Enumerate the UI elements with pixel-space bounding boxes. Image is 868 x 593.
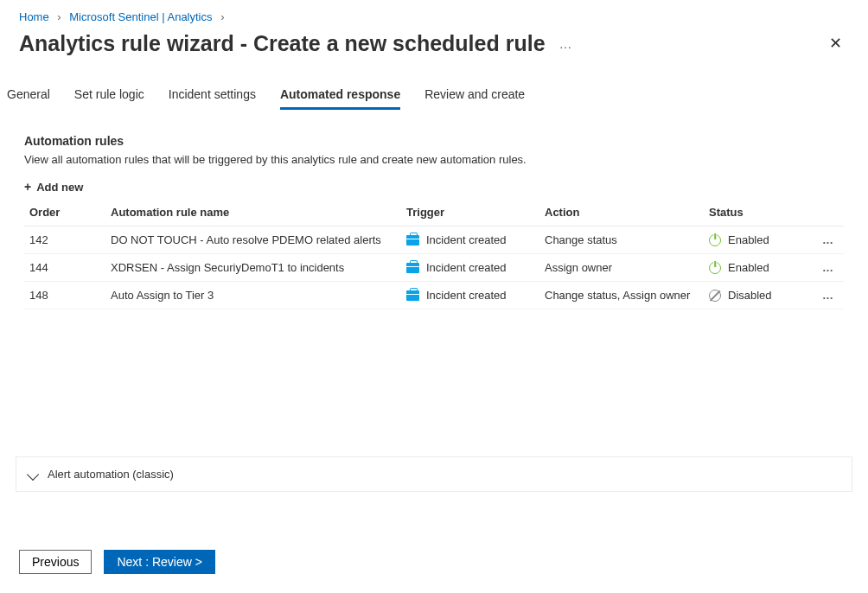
col-name: Automation rule name <box>111 206 406 219</box>
cell-trigger: Incident created <box>426 233 507 246</box>
power-on-icon <box>709 234 721 246</box>
tab-review-create[interactable]: Review and create <box>424 82 525 110</box>
table-header: Order Automation rule name Trigger Actio… <box>24 201 844 226</box>
chevron-right-icon: › <box>57 10 61 23</box>
alert-automation-classic-accordion[interactable]: Alert automation (classic) <box>16 456 852 492</box>
briefcase-icon <box>406 290 419 301</box>
accordion-label: Alert automation (classic) <box>48 468 174 481</box>
cell-action: Change status, Assign owner <box>545 289 709 302</box>
plus-icon: + <box>24 180 31 194</box>
breadcrumb: Home › Microsoft Sentinel | Analytics › <box>0 0 868 23</box>
section-heading: Automation rules <box>24 134 844 148</box>
col-status: Status <box>709 206 813 219</box>
power-on-icon <box>709 262 721 274</box>
cell-status: Enabled <box>728 261 769 274</box>
table-row[interactable]: 148Auto Assign to Tier 3Incident created… <box>24 282 844 309</box>
section-description: View all automation rules that will be t… <box>24 153 844 166</box>
table-row[interactable]: 142DO NOT TOUCH - Auto resolve PDEMO rel… <box>24 226 844 254</box>
breadcrumb-home[interactable]: Home <box>19 10 49 23</box>
tab-automated-response[interactable]: Automated response <box>280 82 400 110</box>
chevron-right-icon: › <box>220 10 224 23</box>
page-title: Analytics rule wizard - Create a new sch… <box>19 31 546 56</box>
cell-name: Auto Assign to Tier 3 <box>111 289 406 302</box>
col-order: Order <box>24 206 111 219</box>
cell-order: 142 <box>24 233 111 246</box>
add-new-label: Add new <box>36 181 83 194</box>
table-row[interactable]: 144XDRSEN - Assign SecuriyDemoT1 to inci… <box>24 254 844 282</box>
previous-button[interactable]: Previous <box>19 550 92 574</box>
disabled-icon <box>709 290 721 302</box>
cell-trigger: Incident created <box>426 261 507 274</box>
cell-name: XDRSEN - Assign SecuriyDemoT1 to inciden… <box>111 261 406 274</box>
briefcase-icon <box>406 235 419 245</box>
tab-general[interactable]: General <box>7 82 50 110</box>
tab-rule-logic[interactable]: Set rule logic <box>74 82 144 110</box>
cell-status: Disabled <box>728 289 772 302</box>
row-more-icon[interactable]: … <box>813 289 844 302</box>
cell-order: 148 <box>24 289 111 302</box>
title-more-icon[interactable]: … <box>559 36 574 51</box>
add-new-button[interactable]: + Add new <box>24 180 83 194</box>
cell-action: Change status <box>545 233 709 246</box>
col-trigger: Trigger <box>406 206 545 219</box>
cell-trigger: Incident created <box>426 289 507 302</box>
row-more-icon[interactable]: … <box>813 233 844 246</box>
tab-incident-settings[interactable]: Incident settings <box>169 82 256 110</box>
briefcase-icon <box>406 263 419 273</box>
chevron-down-icon <box>27 468 39 480</box>
cell-status: Enabled <box>728 233 769 246</box>
close-icon[interactable]: ✕ <box>822 30 849 56</box>
next-review-button[interactable]: Next : Review > <box>104 550 214 574</box>
tabs: General Set rule logic Incident settings… <box>0 56 868 110</box>
col-action: Action <box>545 206 709 219</box>
cell-order: 144 <box>24 261 111 274</box>
breadcrumb-sentinel[interactable]: Microsoft Sentinel | Analytics <box>69 10 212 23</box>
cell-action: Assign owner <box>545 261 709 274</box>
cell-name: DO NOT TOUCH - Auto resolve PDEMO relate… <box>111 233 406 246</box>
row-more-icon[interactable]: … <box>813 261 844 274</box>
